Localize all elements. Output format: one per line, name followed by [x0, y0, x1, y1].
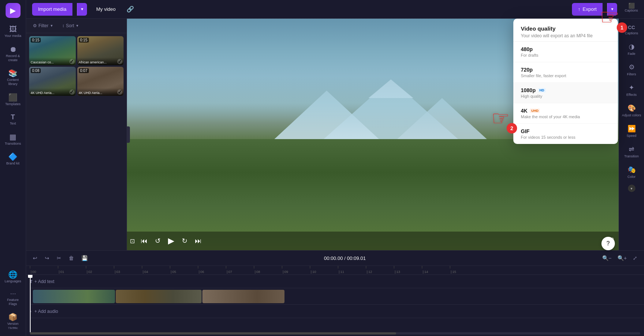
scroll-down-indicator[interactable]: ▾	[628, 185, 635, 192]
right-item-label: Adjust colors	[622, 113, 641, 117]
media-duration: 0:08	[31, 68, 41, 73]
media-toolbar: ⚙ Filter ▼ ↕ Sort ▼	[26, 19, 127, 33]
ruler-mark: |:06	[198, 270, 226, 274]
playhead[interactable]	[30, 275, 31, 332]
right-item-label: Transition	[624, 154, 639, 158]
media-check-button[interactable]: ✓	[69, 59, 75, 64]
timeline-scrollbar-thumb[interactable]	[30, 332, 396, 335]
quality-label: GIF	[521, 128, 610, 134]
right-item-transition[interactable]: ⇌ Transition	[620, 142, 643, 161]
ruler-mark: |:03	[114, 270, 142, 274]
project-name-input[interactable]: My video	[91, 4, 121, 15]
quality-option-480p[interactable]: 480p For drafts	[513, 42, 618, 62]
sidebar-item-label: Languages	[4, 279, 21, 283]
undo-button[interactable]: ↩	[31, 254, 40, 263]
rewind-button[interactable]: ↺	[153, 235, 162, 246]
sidebar-item-templates[interactable]: ⬛ Templates	[1, 91, 25, 109]
timeline-scrollbar[interactable]	[30, 332, 640, 335]
media-item-caucasian[interactable]: 0:15 Caucasian co... ✓	[29, 36, 76, 65]
captions-label: Captions	[625, 9, 638, 12]
media-item-uhd1[interactable]: 0:08 4K UHD Aeria... ✓	[29, 67, 76, 96]
sidebar-item-your-media[interactable]: 🖼 Your media	[1, 22, 25, 41]
cut-button[interactable]: ✂	[55, 254, 63, 263]
video-clip-2[interactable]	[116, 290, 202, 303]
quality-option-1080p[interactable]: 1080p HD High quality	[513, 83, 618, 103]
add-text-button[interactable]: + Add text	[33, 275, 55, 288]
redo-button[interactable]: ↪	[43, 254, 52, 263]
right-item-label: Effects	[626, 93, 637, 97]
right-item-adjust-colors[interactable]: 🎨 Adjust colors	[620, 101, 643, 120]
video-track	[30, 288, 644, 305]
quality-desc: Smaller file, faster export	[521, 73, 610, 78]
go-end-button[interactable]: ⏭	[193, 236, 203, 246]
right-item-label: Fade	[628, 52, 635, 56]
feature-flags-icon: ⋯	[10, 291, 16, 297]
your-media-icon: 🖼	[9, 25, 17, 33]
right-item-label: Color	[628, 175, 636, 179]
quality-name: 1080p	[521, 87, 536, 93]
text-track: T + Add text	[30, 275, 644, 288]
sidebar-item-record[interactable]: ⏺ Record &create	[1, 43, 25, 65]
filter-icon: ⚙	[33, 23, 37, 28]
sidebar-item-label: Your media	[4, 34, 21, 38]
video-track-content	[33, 290, 644, 303]
export-arrow-icon: ↑	[578, 6, 581, 12]
media-check-button[interactable]: ✓	[117, 59, 122, 64]
quality-option-gif[interactable]: GIF For videos 15 seconds or less	[513, 124, 618, 144]
filter-chevron-icon: ▼	[50, 24, 53, 28]
import-media-button[interactable]: Import media	[32, 3, 72, 16]
sidebar-item-feature-flags[interactable]: ⋯ Feature Flags	[1, 288, 25, 309]
sidebar-item-label: Transitions	[5, 142, 21, 146]
go-start-button[interactable]: ⏮	[139, 236, 149, 246]
collapse-panel-button[interactable]: ‹	[127, 126, 130, 143]
sort-button[interactable]: ↕ Sort ▼	[59, 22, 82, 30]
right-item-fade[interactable]: ◑ Fade	[620, 40, 643, 59]
right-item-speed[interactable]: ⏩ Speed	[620, 122, 643, 141]
media-item-african[interactable]: 0:15 African american... ✓	[77, 36, 124, 65]
play-button[interactable]: ▶	[167, 235, 176, 247]
video-clip-3[interactable]	[202, 290, 284, 303]
video-clip-1[interactable]	[33, 290, 115, 303]
crop-button[interactable]: ⊡	[130, 238, 135, 245]
delete-button[interactable]: 🗑	[66, 254, 76, 263]
right-item-color[interactable]: 🎭 Color	[620, 163, 643, 182]
add-audio-button[interactable]: + Add audio	[33, 305, 58, 318]
save-button[interactable]: 💾	[79, 254, 90, 263]
filter-button[interactable]: ⚙ Filter ▼	[30, 22, 56, 30]
media-item-uhd2[interactable]: 0:07 4K UHD Aeria... ✓	[77, 67, 124, 96]
sidebar-item-languages[interactable]: 🌐 Languages	[1, 268, 25, 286]
ruler-mark: |:15	[450, 270, 478, 274]
help-button[interactable]: ?	[601, 237, 615, 250]
timeline-ruler: |:00 |:01 |:02 |:03 |:04 |:05 |:06 |:07 …	[26, 266, 644, 275]
quality-option-720p[interactable]: 720p Smaller file, faster export	[513, 62, 618, 83]
preview-controls: ⊡ ⏮ ↺ ▶ ↻ ⏭ ⛶	[127, 232, 619, 250]
quality-desc: For drafts	[521, 53, 610, 57]
text-icon: T	[11, 114, 15, 120]
sidebar-item-transitions[interactable]: ▦ Transitions	[1, 130, 25, 149]
record-icon: ⏺	[9, 45, 17, 53]
media-check-button[interactable]: ✓	[69, 90, 75, 95]
speed-icon: ⏩	[628, 125, 636, 133]
export-dropdown-button[interactable]: ▼	[607, 3, 617, 16]
sidebar-item-content-library[interactable]: 📚 Content library	[1, 66, 25, 89]
captions-panel-button[interactable]: ⬛ Captions	[625, 3, 638, 16]
export-button[interactable]: ↑ Export	[572, 3, 603, 16]
forward-button[interactable]: ↻	[180, 235, 189, 246]
right-item-filters[interactable]: ⚙ Filters	[620, 60, 643, 79]
timeline-tracks: T + Add text	[26, 275, 644, 332]
fit-timeline-button[interactable]: ⤢	[631, 254, 640, 263]
right-item-effects[interactable]: ✦ Effects	[620, 81, 643, 100]
cursor-badge-1: 1	[617, 22, 627, 33]
sidebar-item-version[interactable]: 📦 Version73c5f8c	[1, 310, 25, 333]
ruler-mark: |:12	[366, 270, 394, 274]
share-icon-button[interactable]: 🔗	[125, 4, 136, 14]
quality-option-4k[interactable]: 4K UHD Make the most of your 4K media	[513, 103, 618, 124]
import-media-dropdown-button[interactable]: ▼	[77, 3, 87, 16]
ruler-mark: |:13	[394, 270, 422, 274]
zoom-in-button[interactable]: 🔍+	[615, 254, 629, 263]
hd-badge: HD	[538, 88, 546, 92]
media-check-button[interactable]: ✓	[117, 90, 122, 95]
zoom-out-button[interactable]: 🔍−	[600, 254, 614, 263]
sidebar-item-brand-kit[interactable]: 🔷 Brand kit	[1, 150, 25, 169]
sidebar-item-text[interactable]: T Text	[1, 111, 25, 129]
